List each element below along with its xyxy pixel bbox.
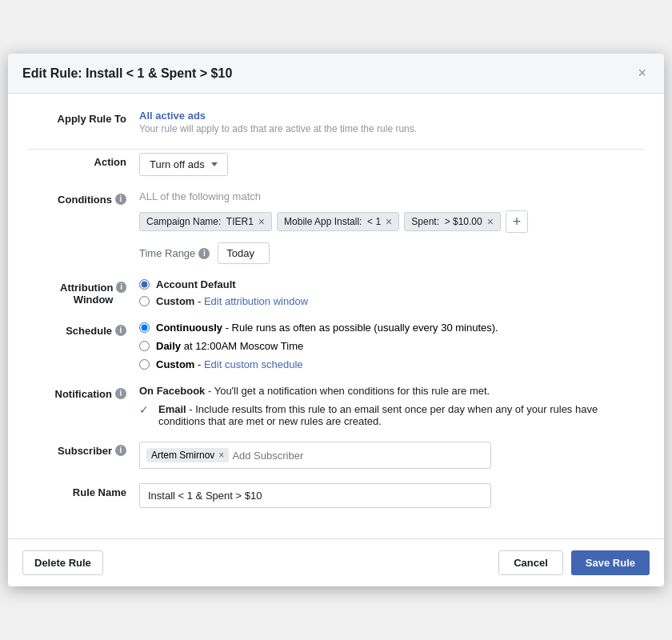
time-range-info-icon[interactable]: i: [198, 248, 210, 259]
edit-rule-modal: Edit Rule: Install < 1 & Spent > $10 × A…: [8, 54, 664, 586]
schedule-row: Schedule i Continuously - Rule runs as o…: [27, 322, 645, 370]
schedule-info-icon[interactable]: i: [115, 325, 126, 336]
action-dropdown-text: Turn off ads: [150, 158, 205, 170]
rule-name-content: [139, 483, 645, 508]
rule-name-input[interactable]: [139, 483, 491, 508]
tag-campaign-name-close[interactable]: ×: [258, 216, 265, 227]
action-content: Turn off ads: [139, 153, 645, 176]
attribution-window-info-icon[interactable]: i: [116, 282, 126, 293]
subscriber-row: Subscriber i Artem Smirnov ×: [27, 442, 645, 469]
subscriber-content: Artem Smirnov ×: [139, 442, 645, 469]
subscriber-info-icon[interactable]: i: [115, 445, 126, 456]
modal-footer: Delete Rule Cancel Save Rule: [8, 538, 664, 586]
apply-rule-content: All active ads Your rule will apply to a…: [139, 110, 645, 134]
apply-rule-description: Your rule will apply to ads that are act…: [139, 123, 645, 134]
close-button[interactable]: ×: [634, 65, 650, 82]
attribution-custom-label: Custom - Edit attribution window: [156, 295, 308, 307]
subscriber-label: Subscriber i: [27, 442, 139, 457]
schedule-daily-option: Daily at 12:00AM Moscow Time: [139, 340, 645, 352]
tag-spent: Spent: > $10.00 ×: [404, 212, 501, 231]
tag-spent-text: Spent: > $10.00: [411, 216, 482, 227]
conditions-tags: Campaign Name: TIER1 × Mobile App Instal…: [139, 210, 645, 233]
tag-mobile-app-install-close[interactable]: ×: [386, 216, 392, 227]
rule-name-row: Rule Name: [27, 483, 645, 508]
time-range-row: Time Range i Today: [139, 242, 645, 264]
conditions-match-text: ALL of the following match: [139, 190, 645, 202]
rule-name-label: Rule Name: [27, 483, 139, 498]
tag-spent-close[interactable]: ×: [487, 216, 494, 227]
subscriber-tag-close-icon[interactable]: ×: [218, 450, 224, 461]
notification-content: On Facebook - You'll get a notification …: [139, 385, 645, 427]
conditions-info-icon[interactable]: i: [115, 194, 126, 205]
add-condition-button[interactable]: +: [506, 210, 528, 233]
cancel-button[interactable]: Cancel: [498, 550, 563, 575]
attribution-window-label: Attribution Window i: [27, 278, 139, 306]
delete-rule-button[interactable]: Delete Rule: [22, 550, 103, 575]
schedule-continuously-radio[interactable]: [139, 322, 150, 333]
tag-campaign-name-text: Campaign Name: TIER1: [146, 216, 254, 227]
notification-label: Notification i: [27, 385, 139, 400]
edit-custom-schedule-link[interactable]: Edit custom schedule: [204, 358, 303, 370]
subscriber-name: Artem Smirnov: [151, 450, 214, 461]
conditions-row: Conditions i ALL of the following match …: [27, 190, 645, 264]
subscriber-tag: Artem Smirnov ×: [146, 448, 229, 462]
tag-mobile-app-install: Mobile App Install: < 1 ×: [277, 212, 399, 231]
attribution-custom-option: Custom - Edit attribution window: [139, 295, 645, 307]
schedule-custom-radio[interactable]: [139, 359, 150, 370]
dropdown-arrow-icon: [211, 162, 218, 166]
schedule-daily-radio[interactable]: [139, 341, 150, 351]
action-row: Action Turn off ads: [27, 153, 645, 176]
add-subscriber-input[interactable]: [232, 450, 484, 462]
tag-mobile-app-install-text: Mobile App Install: < 1: [284, 216, 381, 227]
time-range-value: Today: [226, 247, 254, 259]
schedule-label: Schedule i: [27, 322, 139, 337]
attribution-account-default-option: Account Default: [139, 278, 645, 290]
subscriber-input-field[interactable]: Artem Smirnov ×: [139, 442, 491, 469]
time-range-label: Time Range i: [139, 247, 210, 259]
apply-rule-row: Apply Rule To All active ads Your rule w…: [27, 110, 645, 134]
time-range-dropdown[interactable]: Today: [218, 242, 270, 264]
attribution-account-default-radio[interactable]: [139, 279, 150, 290]
notification-main-text: On Facebook - You'll get a notification …: [139, 385, 645, 397]
all-active-ads-link[interactable]: All active ads: [139, 110, 206, 122]
conditions-content: ALL of the following match Campaign Name…: [139, 190, 645, 264]
modal-title: Edit Rule: Install < 1 & Spent > $10: [22, 66, 232, 81]
modal-header: Edit Rule: Install < 1 & Spent > $10 ×: [8, 54, 664, 94]
notification-email-text: Email - Include results from this rule t…: [158, 403, 645, 427]
conditions-label: Conditions i: [27, 190, 139, 206]
schedule-custom-option: Custom - Edit custom schedule: [139, 358, 645, 370]
edit-attribution-window-link[interactable]: Edit attribution window: [204, 295, 308, 307]
notification-info-icon[interactable]: i: [115, 388, 126, 399]
attribution-custom-radio[interactable]: [139, 296, 150, 306]
schedule-custom-label: Custom - Edit custom schedule: [156, 358, 303, 370]
attribution-account-default-label: Account Default: [156, 278, 236, 290]
email-checkmark-icon: ✓: [139, 403, 152, 416]
attribution-window-row: Attribution Window i Account Default Cus…: [27, 278, 645, 307]
attribution-window-content: Account Default Custom - Edit attributio…: [139, 278, 645, 307]
save-rule-button[interactable]: Save Rule: [571, 550, 650, 575]
schedule-daily-label: Daily at 12:00AM Moscow Time: [156, 340, 303, 352]
modal-body: Apply Rule To All active ads Your rule w…: [8, 94, 664, 538]
action-label: Action: [27, 153, 139, 168]
schedule-content: Continuously - Rule runs as often as pos…: [139, 322, 645, 370]
schedule-continuously-option: Continuously - Rule runs as often as pos…: [139, 322, 645, 334]
notification-email-row: ✓ Email - Include results from this rule…: [139, 403, 645, 427]
action-dropdown[interactable]: Turn off ads: [139, 153, 228, 176]
footer-right-buttons: Cancel Save Rule: [498, 550, 650, 575]
tag-campaign-name: Campaign Name: TIER1 ×: [139, 212, 272, 231]
schedule-continuously-label: Continuously - Rule runs as often as pos…: [156, 322, 498, 334]
notification-row: Notification i On Facebook - You'll get …: [27, 385, 645, 427]
apply-rule-label: Apply Rule To: [27, 110, 139, 125]
